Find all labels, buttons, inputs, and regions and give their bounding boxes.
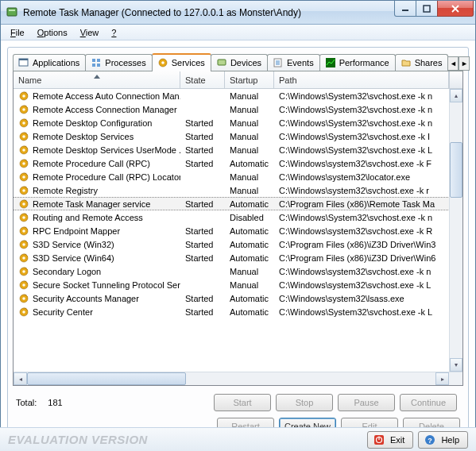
svg-point-23 [22,121,25,125]
vertical-scrollbar[interactable]: ▴ ▾ [449,89,462,372]
svg-point-11 [161,61,164,64]
gear-icon [18,226,29,237]
scroll-up-button[interactable]: ▴ [450,89,462,102]
table-row[interactable]: S3D Service (Win32)StartedAutomaticC:\Pr… [14,237,462,251]
hscroll-thumb[interactable] [27,372,186,385]
service-path: C:\Windows\System32\svchost.exe -k I [274,132,462,141]
table-row[interactable]: Remote Desktop ServicesStartedManualC:\W… [14,129,462,143]
service-path: C:\Program Files (x86)\Remote Task Ma [274,199,462,209]
gear-icon [18,279,29,291]
start-button[interactable]: Start [214,394,271,411]
hscroll-track[interactable] [27,372,435,385]
table-row[interactable]: Remote Access Connection ManagerManualC:… [14,102,462,116]
service-startup: Disabled [225,213,274,222]
column-state[interactable]: State [180,71,225,88]
exit-button[interactable]: Exit [367,431,413,449]
window-icon [18,57,29,68]
svg-rect-1 [9,10,15,11]
table-row[interactable]: Routing and Remote AccessDisabledC:\Wind… [14,210,462,224]
gear-icon [18,212,29,223]
svg-point-41 [22,243,25,246]
svg-point-29 [22,162,25,165]
horizontal-scrollbar[interactable]: ◂ ▸ [14,372,462,385]
table-row[interactable]: Secondary LogonManualC:\Windows\system32… [14,264,462,278]
table-row[interactable]: S3D Service (Win64)StartedAutomaticC:\Pr… [14,251,462,264]
scroll-track[interactable] [450,102,462,358]
table-row[interactable]: Remote Access Auto Connection Man...Manu… [14,89,462,102]
column-startup[interactable]: Startup [225,71,274,88]
table-row[interactable]: Remote Desktop ConfigurationStartedManua… [14,116,462,129]
service-path: C:\Windows\system32\locator.exe [274,172,462,182]
tab-scroll-right[interactable]: ► [459,56,470,71]
pause-button[interactable]: Pause [338,394,395,411]
svg-point-47 [22,283,25,287]
minimize-button[interactable] [394,1,416,17]
list-body[interactable]: Remote Access Auto Connection Man...Manu… [14,89,462,372]
maximize-button[interactable] [416,1,438,17]
help-button[interactable]: ? Help [418,431,468,449]
evaluation-label: EVALUATION VERSION [8,433,148,446]
gear-icon [18,91,29,102]
service-name: S3D Service (Win64) [33,253,114,263]
help-icon: ? [424,434,436,446]
table-row[interactable]: Remote Procedure Call (RPC)StartedAutoma… [14,156,462,170]
tab-scroll-left[interactable]: ◄ [447,56,459,71]
menu-view[interactable]: View [75,26,104,39]
service-name: S3D Service (Win32) [33,240,114,249]
tab-processes[interactable]: Processes [85,54,152,71]
service-state: Started [180,199,225,209]
table-row[interactable]: Remote Desktop Services UserMode ...Star… [14,143,462,156]
menu-file[interactable]: File [6,26,29,39]
column-name[interactable]: Name [14,71,180,88]
service-name: Remote Access Connection Manager [33,105,177,114]
total-row: Total: 181 Start Stop Pause Continue [13,386,463,416]
menu-help[interactable]: ? [106,26,121,39]
svg-point-43 [22,256,25,260]
scroll-down-button[interactable]: ▾ [450,358,462,372]
service-name: RPC Endpoint Mapper [33,226,120,236]
service-name: Remote Procedure Call (RPC) [33,159,150,168]
svg-point-21 [22,108,25,111]
table-row[interactable]: Remote Task Manager serviceStartedAutoma… [14,197,462,210]
service-name: Remote Task Manager service [33,199,150,209]
svg-rect-12 [218,60,226,65]
tab-applications[interactable]: Applications [13,54,86,71]
svg-point-33 [22,189,25,192]
gear-icon [18,145,29,156]
table-row[interactable]: Security CenterStartedAutomaticC:\Window… [14,305,462,318]
service-startup: Manual [225,105,274,114]
menu-options[interactable]: Options [33,26,72,39]
tab-performance[interactable]: Performance [319,54,396,71]
continue-button[interactable]: Continue [400,394,457,411]
column-path[interactable]: Path [274,71,449,88]
table-row[interactable]: Remote Procedure Call (RPC) LocatorManua… [14,170,462,183]
service-name: Security Center [33,307,93,317]
service-state: Started [180,253,225,263]
stop-button[interactable]: Stop [276,394,333,411]
service-state: Started [180,307,225,317]
status-bar: EVALUATION VERSION Exit ? Help [0,427,476,451]
tab-events[interactable]: Events [267,54,320,71]
scroll-right-button[interactable]: ▸ [435,372,449,385]
service-startup: Automatic [225,253,274,263]
svg-rect-8 [92,64,95,67]
events-icon [273,57,284,68]
service-path: C:\Windows\system32\svchost.exe -k r [274,186,462,195]
close-button[interactable] [437,1,474,17]
scroll-thumb[interactable] [450,142,462,198]
service-name: Secure Socket Tunneling Protocol Ser... [33,280,180,290]
service-startup: Manual [225,267,274,276]
tab-services[interactable]: Services [152,53,211,71]
table-row[interactable]: Remote RegistryManualC:\Windows\system32… [14,183,462,197]
scroll-left-button[interactable]: ◂ [14,372,27,385]
table-row[interactable]: Security Accounts ManagerStartedAutomati… [14,291,462,305]
tab-shares[interactable]: Shares [395,54,449,71]
service-name: Remote Procedure Call (RPC) Locator [33,172,180,182]
table-row[interactable]: RPC Endpoint MapperStartedAutomaticC:\Wi… [14,224,462,237]
titlebar: Remote Task Manager (Connected to 127.0.… [1,1,475,25]
table-row[interactable]: Secure Socket Tunneling Protocol Ser...M… [14,278,462,291]
service-startup: Manual [225,280,274,290]
gear-icon [18,118,29,129]
svg-point-31 [22,175,25,179]
tab-devices[interactable]: Devices [211,54,268,71]
